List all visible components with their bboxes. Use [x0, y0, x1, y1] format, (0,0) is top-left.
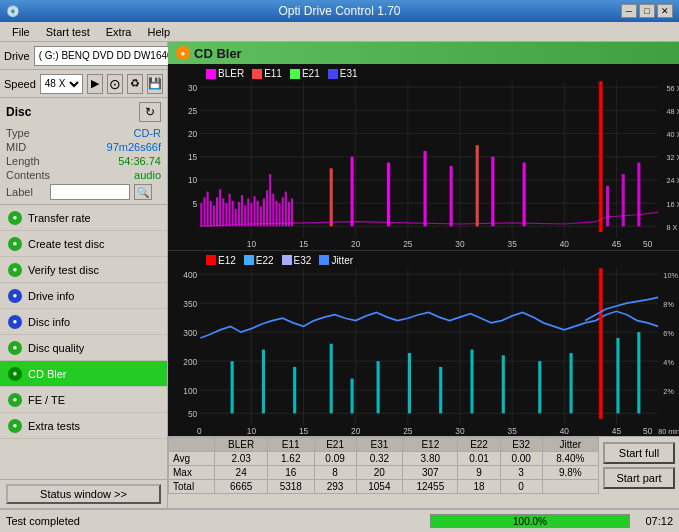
max-e12: 307	[403, 466, 458, 480]
svg-rect-67	[291, 198, 293, 226]
top-chart-legend: BLER E11 E21 E31	[198, 66, 366, 81]
speed-icon-btn3[interactable]: 💾	[147, 74, 163, 94]
svg-rect-121	[330, 343, 333, 413]
disc-mid-value: 97m26s66f	[107, 141, 161, 153]
sidebar-item-fe-te[interactable]: ● FE / TE	[0, 387, 167, 413]
svg-text:10%: 10%	[663, 270, 678, 279]
svg-rect-47	[228, 194, 230, 226]
speed-icon-btn1[interactable]: ⊙	[107, 74, 123, 94]
sidebar-item-cd-bler[interactable]: ● CD Bler	[0, 361, 167, 387]
disc-section: Disc ↻ Type CD-R MID 97m26s66f Length 54…	[0, 98, 167, 205]
time-display: 07:12	[638, 515, 673, 527]
svg-rect-118	[231, 361, 234, 413]
disc-label-search-button[interactable]: 🔍	[134, 184, 152, 200]
sidebar-item-extra-tests[interactable]: ● Extra tests	[0, 413, 167, 439]
start-part-button[interactable]: Start part	[603, 467, 675, 489]
svg-text:32 X: 32 X	[666, 153, 679, 162]
legend-e32: E32	[282, 255, 312, 266]
close-button[interactable]: ✕	[657, 4, 673, 18]
max-label: Max	[169, 466, 215, 480]
svg-rect-45	[222, 198, 224, 226]
svg-rect-52	[244, 205, 246, 226]
avg-e22: 0.01	[458, 452, 500, 466]
svg-text:40: 40	[560, 425, 569, 436]
menu-extra[interactable]: Extra	[98, 24, 140, 40]
svg-rect-131	[599, 268, 603, 419]
svg-rect-77	[599, 81, 603, 232]
menu-start-test[interactable]: Start test	[38, 24, 98, 40]
status-window-section: Status window >>	[0, 479, 167, 508]
svg-rect-123	[377, 361, 380, 413]
svg-rect-125	[439, 366, 442, 412]
total-e21: 293	[314, 480, 356, 494]
svg-rect-56	[257, 201, 259, 227]
start-full-button[interactable]: Start full	[603, 442, 675, 464]
status-text: Test completed	[6, 515, 422, 527]
transfer-rate-icon: ●	[8, 211, 22, 225]
svg-rect-59	[266, 190, 268, 226]
svg-text:25: 25	[403, 425, 412, 436]
svg-text:20: 20	[351, 425, 360, 436]
fe-te-label: FE / TE	[28, 394, 65, 406]
maximize-button[interactable]: □	[639, 4, 655, 18]
status-window-button[interactable]: Status window >>	[6, 484, 161, 504]
bottom-chart-legend: E12 E22 E32 Jitter	[198, 253, 361, 268]
legend-jitter-box	[319, 255, 329, 265]
svg-text:45: 45	[612, 239, 621, 250]
total-e12: 12455	[403, 480, 458, 494]
svg-text:30: 30	[455, 239, 464, 250]
minimize-button[interactable]: ─	[621, 4, 637, 18]
disc-length-row: Length 54:36.74	[6, 154, 161, 168]
svg-rect-42	[213, 205, 215, 226]
col-header-jitter: Jitter	[542, 438, 598, 452]
bottom-chart-container: E12 E22 E32 Jitter	[168, 251, 679, 437]
svg-text:15: 15	[299, 239, 308, 250]
legend-jitter: Jitter	[319, 255, 353, 266]
svg-rect-50	[238, 202, 240, 226]
legend-e32-box	[282, 255, 292, 265]
disc-info-label: Disc info	[28, 316, 70, 328]
menu-help[interactable]: Help	[139, 24, 178, 40]
svg-text:0: 0	[197, 425, 202, 436]
svg-text:25: 25	[188, 105, 197, 116]
svg-rect-129	[570, 353, 573, 413]
col-header-e22: E22	[458, 438, 500, 452]
svg-rect-55	[254, 196, 256, 226]
sidebar-item-transfer-rate[interactable]: ● Transfer rate	[0, 205, 167, 231]
menu-bar: File Start test Extra Help	[0, 22, 679, 42]
disc-refresh-button[interactable]: ↻	[139, 102, 161, 122]
speed-select[interactable]: 48 X	[40, 74, 83, 94]
sidebar-item-disc-info[interactable]: ● Disc info	[0, 309, 167, 335]
app-title: Opti Drive Control 1.70	[278, 4, 400, 18]
svg-text:40: 40	[560, 239, 569, 250]
sidebar-item-disc-quality[interactable]: ● Disc quality	[0, 335, 167, 361]
sidebar-item-drive-info[interactable]: ● Drive info	[0, 283, 167, 309]
disc-type-value: CD-R	[134, 127, 162, 139]
transfer-rate-label: Transfer rate	[28, 212, 91, 224]
main-layout: Drive ( G:) BENQ DVD DD DW1640 BSRB ▲ Sp…	[0, 42, 679, 508]
title-left: 💿	[6, 5, 20, 18]
legend-e11: E11	[252, 68, 282, 79]
svg-rect-68	[330, 168, 333, 226]
extra-tests-icon: ●	[8, 419, 22, 433]
disc-quality-icon: ●	[8, 341, 22, 355]
svg-text:10: 10	[247, 425, 256, 436]
menu-file[interactable]: File	[4, 24, 38, 40]
nav-items: ● Transfer rate ● Create test disc ● Ver…	[0, 205, 167, 439]
svg-text:25: 25	[403, 239, 412, 250]
svg-rect-80	[637, 163, 640, 227]
stats-area: BLER E11 E21 E31 E12 E22 E32 Jitter Avg	[168, 436, 679, 508]
table-row-max: Max 24 16 8 20 307 9 3 9.8%	[169, 466, 599, 480]
disc-label-input[interactable]	[50, 184, 130, 200]
svg-rect-120	[293, 366, 296, 412]
svg-rect-124	[408, 353, 411, 413]
col-header-e21: E21	[314, 438, 356, 452]
sidebar-item-verify-test-disc[interactable]: ● Verify test disc	[0, 257, 167, 283]
svg-rect-46	[225, 203, 227, 226]
speed-icon-btn2[interactable]: ♻	[127, 74, 143, 94]
avg-bler: 2.03	[215, 452, 268, 466]
sidebar-item-create-test-disc[interactable]: ● Create test disc	[0, 231, 167, 257]
speed-arrow-button[interactable]: ▶	[87, 74, 103, 94]
svg-rect-126	[470, 349, 473, 413]
stats-content: BLER E11 E21 E31 E12 E22 E32 Jitter Avg	[168, 437, 679, 494]
